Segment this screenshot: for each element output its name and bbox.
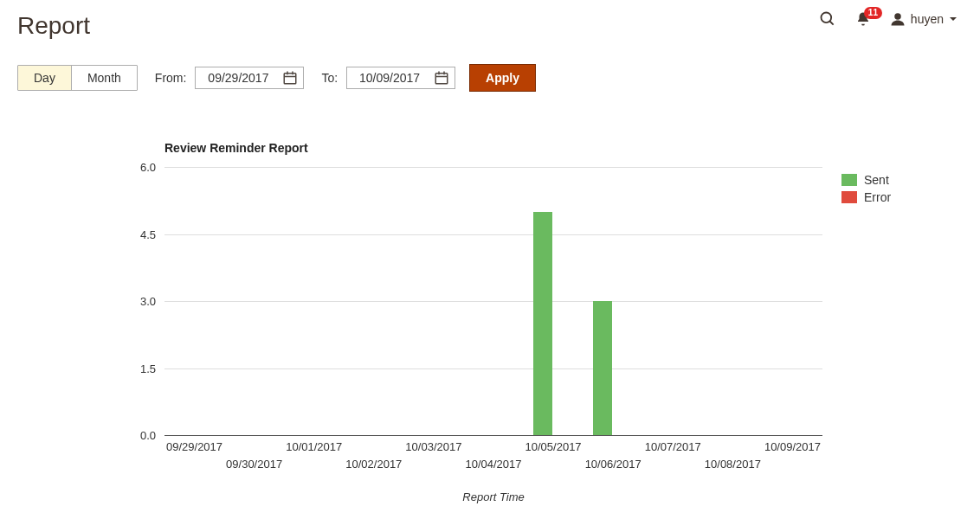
chart-title: Review Reminder Report xyxy=(164,141,308,155)
chart-xtick: 10/09/2017 xyxy=(764,435,821,453)
page-title: Report xyxy=(17,12,90,40)
user-icon xyxy=(890,11,906,27)
chart-plot: 0.01.53.04.56.009/29/201709/30/201710/01… xyxy=(164,167,822,435)
calendar-icon[interactable] xyxy=(434,70,449,86)
chart-legend: SentError xyxy=(841,173,891,208)
legend-label: Error xyxy=(864,190,891,204)
chart-xtick: 10/01/2017 xyxy=(286,435,342,453)
chart-xtick: 09/29/2017 xyxy=(166,435,222,453)
chart-ytick: 3.0 xyxy=(140,295,164,308)
chart-ytick: 1.5 xyxy=(140,362,164,375)
svg-point-0 xyxy=(821,13,831,23)
to-date-input[interactable] xyxy=(352,70,427,86)
chart-xtick: 10/07/2017 xyxy=(645,435,701,453)
search-icon[interactable] xyxy=(819,10,836,28)
username-label: huyen xyxy=(911,12,944,26)
segment-day[interactable]: Day xyxy=(18,66,71,90)
chart-xtick: 10/08/2017 xyxy=(705,435,761,471)
chart-gridline xyxy=(164,234,822,235)
from-label: From: xyxy=(155,71,187,85)
chart-gridline xyxy=(164,301,822,302)
segment-month[interactable]: Month xyxy=(71,66,137,90)
chart-xtick: 10/04/2017 xyxy=(465,435,521,471)
chart-xlabel: Report Time xyxy=(164,490,822,503)
chart-ytick: 4.5 xyxy=(140,227,164,240)
chart-bar xyxy=(593,301,612,435)
user-menu[interactable]: huyen xyxy=(890,11,957,27)
apply-button[interactable]: Apply xyxy=(469,64,536,92)
from-date-input[interactable] xyxy=(201,70,275,86)
chart-xtick: 10/06/2017 xyxy=(585,435,642,471)
notification-count-badge: 11 xyxy=(864,7,882,19)
legend-item[interactable]: Sent xyxy=(841,173,891,187)
chart-ytick: 0.0 xyxy=(140,429,164,442)
svg-point-2 xyxy=(894,13,901,20)
chart-xtick: 09/30/2017 xyxy=(226,435,282,471)
notification-bell-icon[interactable]: 11 xyxy=(855,10,871,28)
legend-item[interactable]: Error xyxy=(841,190,891,204)
chart-container: Review Reminder Report 0.01.53.04.56.009… xyxy=(104,134,952,515)
calendar-icon[interactable] xyxy=(282,70,298,86)
legend-label: Sent xyxy=(864,173,889,187)
chart-gridline xyxy=(164,368,822,369)
chart-ytick: 6.0 xyxy=(140,161,164,174)
to-label: To: xyxy=(321,71,338,85)
granularity-segment: Day Month xyxy=(17,65,138,91)
chart-xtick: 10/02/2017 xyxy=(345,435,402,471)
chart-gridline xyxy=(164,167,822,168)
svg-line-1 xyxy=(829,22,833,25)
svg-rect-3 xyxy=(285,74,297,84)
chevron-down-icon xyxy=(949,15,957,23)
legend-swatch xyxy=(841,174,857,186)
svg-rect-13 xyxy=(435,74,448,84)
chart-bar xyxy=(533,212,552,435)
chart-xtick: 10/03/2017 xyxy=(405,435,461,453)
to-date-field[interactable] xyxy=(346,67,455,89)
from-date-field[interactable] xyxy=(195,67,304,89)
legend-swatch xyxy=(841,191,857,203)
chart-xtick: 10/05/2017 xyxy=(525,435,582,453)
